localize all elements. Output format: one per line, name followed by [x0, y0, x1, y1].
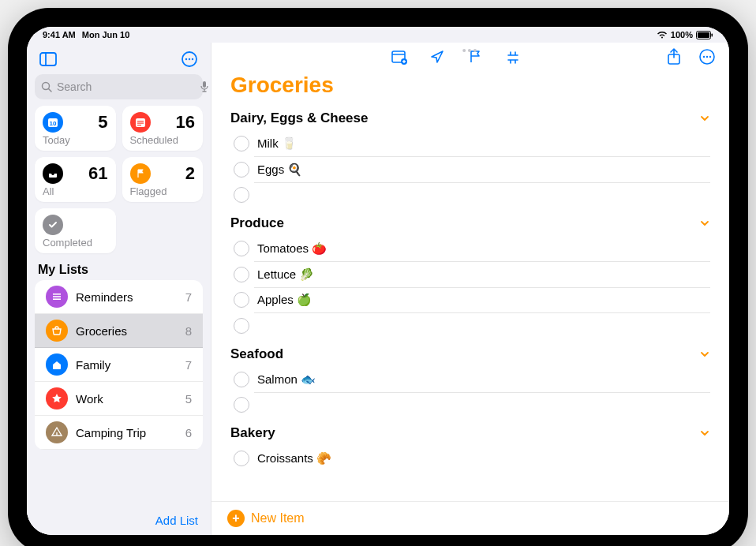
share-icon[interactable]	[664, 47, 683, 66]
checkmark-icon	[43, 215, 63, 235]
mylists-header: My Lists	[27, 260, 211, 280]
complete-toggle[interactable]	[234, 397, 249, 413]
reminder-row[interactable]: Salmon 🐟	[230, 367, 710, 392]
section-header[interactable]: Seafood	[230, 342, 710, 367]
reminder-row[interactable]: Eggs 🍳	[230, 157, 710, 182]
svg-rect-1	[698, 32, 709, 38]
svg-rect-3	[40, 53, 56, 65]
svg-rect-22	[53, 298, 61, 300]
complete-toggle[interactable]	[234, 267, 249, 282]
complete-toggle[interactable]	[234, 241, 249, 256]
complete-toggle[interactable]	[234, 451, 249, 466]
complete-toggle[interactable]	[234, 187, 249, 203]
status-bar: 9:41 AM Mon Jun 10 100%	[27, 27, 729, 43]
scheduled-label: Scheduled	[130, 134, 196, 146]
chevron-down-icon[interactable]	[699, 428, 710, 439]
mic-icon[interactable]	[200, 80, 209, 93]
new-reminder-icon[interactable]	[390, 47, 409, 66]
search-field[interactable]	[35, 74, 203, 99]
reminder-row[interactable]: Apples 🍏	[230, 287, 710, 312]
list-name: Work	[76, 392, 178, 406]
smartlist-all[interactable]: 61 All	[35, 157, 116, 202]
list-count: 7	[185, 358, 192, 372]
flag-icon	[130, 163, 151, 184]
complete-toggle[interactable]	[234, 162, 249, 178]
main-pane: •••	[211, 43, 729, 535]
list-icon	[46, 320, 68, 342]
list-name: Family	[76, 358, 178, 372]
section-header[interactable]: Dairy, Eggs & Cheese	[230, 106, 710, 131]
tag-icon[interactable]	[503, 47, 522, 66]
battery-percent: 100%	[671, 30, 693, 39]
reminder-text[interactable]: Salmon 🐟	[257, 372, 316, 387]
reminder-text[interactable]: Milk 🥛	[257, 136, 297, 151]
reminder-text[interactable]: Eggs 🍳	[257, 163, 302, 177]
reminder-row[interactable]	[230, 182, 710, 208]
svg-rect-21	[53, 296, 61, 297]
list-row[interactable]: Family7	[35, 348, 203, 382]
more-icon[interactable]	[698, 47, 717, 66]
list-name: Reminders	[76, 290, 178, 304]
reminder-text[interactable]: Croissants 🥐	[257, 451, 331, 466]
status-time: 9:41 AM	[43, 30, 76, 39]
svg-line-10	[49, 89, 52, 92]
svg-text:10: 10	[50, 120, 57, 127]
section-name: Produce	[230, 215, 284, 231]
plus-icon: +	[227, 510, 245, 527]
add-list-button[interactable]: Add List	[27, 506, 211, 535]
flagged-count: 2	[185, 163, 195, 184]
list-count: 6	[185, 426, 192, 439]
chevron-down-icon[interactable]	[699, 218, 710, 229]
list-count: 8	[185, 324, 192, 338]
new-item-label: New Item	[251, 511, 305, 525]
reminder-row[interactable]	[230, 313, 710, 338]
smartlist-scheduled[interactable]: 16 Scheduled	[122, 106, 204, 151]
svg-rect-19	[137, 125, 141, 125]
svg-rect-20	[53, 294, 61, 295]
section-name: Seafood	[230, 346, 283, 362]
reminder-row[interactable]: Milk 🥛	[230, 131, 710, 156]
reminder-text[interactable]: Tomatoes 🍅	[257, 241, 327, 256]
svg-rect-11	[203, 81, 206, 88]
search-input[interactable]	[57, 80, 195, 93]
section-name: Bakery	[230, 425, 275, 441]
location-icon[interactable]	[428, 47, 447, 66]
smartlist-completed[interactable]: Completed	[35, 208, 116, 253]
multitask-dots-icon[interactable]: •••	[462, 44, 479, 57]
today-label: Today	[43, 134, 108, 146]
svg-point-8	[192, 58, 193, 60]
svg-rect-2	[712, 33, 713, 36]
smartlist-flagged[interactable]: 2 Flagged	[122, 157, 204, 202]
reminder-row[interactable]: Croissants 🥐	[230, 446, 710, 471]
more-icon[interactable]	[178, 47, 201, 71]
complete-toggle[interactable]	[234, 136, 249, 151]
wifi-icon	[657, 31, 668, 39]
list-row[interactable]: Reminders7	[35, 280, 203, 314]
list-icon	[46, 353, 68, 376]
reminder-row[interactable]: Tomatoes 🍅	[230, 236, 710, 261]
list-row[interactable]: Groceries8	[35, 314, 203, 348]
svg-point-6	[185, 58, 187, 60]
chevron-down-icon[interactable]	[699, 113, 710, 124]
list-count: 7	[185, 290, 192, 304]
flagged-label: Flagged	[130, 185, 196, 197]
new-item-button[interactable]: + New Item	[211, 501, 729, 535]
list-row[interactable]: Camping Trip6	[35, 416, 203, 450]
reminder-text[interactable]: Apples 🍏	[257, 293, 312, 307]
svg-point-30	[706, 56, 708, 58]
section-header[interactable]: Bakery	[230, 421, 710, 446]
section-header[interactable]: Produce	[230, 211, 710, 236]
reminder-row[interactable]: Lettuce 🥬	[230, 262, 710, 287]
completed-label: Completed	[43, 237, 108, 249]
complete-toggle[interactable]	[234, 318, 249, 334]
reminder-row[interactable]	[230, 392, 710, 417]
chevron-down-icon[interactable]	[699, 349, 710, 360]
complete-toggle[interactable]	[234, 292, 249, 308]
screen: 9:41 AM Mon Jun 10 100%	[27, 27, 729, 535]
toggle-sidebar-icon[interactable]	[36, 47, 60, 71]
section: Dairy, Eggs & CheeseMilk 🥛Eggs 🍳	[230, 106, 710, 208]
smartlist-today[interactable]: 10 5 Today	[35, 106, 116, 151]
reminder-text[interactable]: Lettuce 🥬	[257, 267, 314, 282]
list-row[interactable]: Work5	[35, 382, 203, 416]
complete-toggle[interactable]	[234, 372, 249, 387]
